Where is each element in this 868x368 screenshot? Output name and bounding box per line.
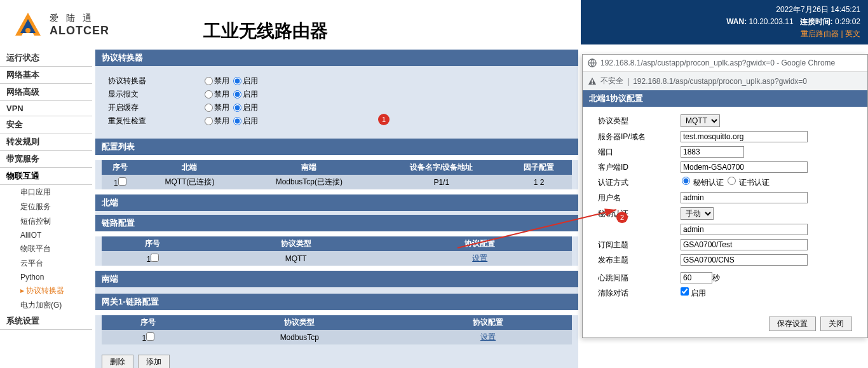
input-clientid[interactable] [681, 161, 808, 173]
select-proto-type[interactable]: MQTT [681, 114, 720, 127]
svg-rect-3 [592, 83, 593, 84]
reboot-link[interactable]: 重启路由器 [801, 29, 839, 38]
logo-icon [13, 11, 43, 38]
radio-dup-enable[interactable] [233, 117, 241, 125]
iot-submenu: 串口应用 定位服务 短信控制 AliIOT 物联平台 云平台 Python 协议… [0, 185, 92, 313]
label-pub: 发布主题 [598, 255, 681, 266]
label-show-msg: 显示报文 [108, 89, 203, 100]
menu-forward[interactable]: 转发规则 [0, 133, 92, 151]
input-sub-topic[interactable] [681, 239, 808, 250]
label-auth: 认证方式 [598, 177, 681, 188]
sub-location[interactable]: 定位服务 [20, 200, 92, 214]
row-checkbox[interactable] [151, 254, 159, 262]
annotation-badge-2: 2 [616, 212, 628, 223]
gateway-settings[interactable]: 设置 [480, 332, 496, 341]
section-link-cfg: 链路配置 [95, 215, 578, 231]
input-port[interactable] [681, 146, 744, 158]
menu-system[interactable]: 系统设置 [0, 313, 92, 330]
close-button[interactable]: 关闭 [820, 317, 852, 331]
menu-bandwidth[interactable]: 带宽服务 [0, 151, 92, 168]
row-checkbox[interactable] [118, 177, 126, 186]
radio-msg-enable[interactable] [233, 90, 241, 99]
save-button[interactable]: 保存设置 [769, 317, 816, 331]
section-protocol-converter: 协议转换器 [95, 50, 578, 66]
radio-converter-enable[interactable] [233, 77, 241, 85]
menu-runtime[interactable]: 运行状态 [0, 50, 92, 67]
sub-power-enc[interactable]: 电力加密(G) [20, 298, 92, 313]
logo-cn: 爱 陆 通 [50, 13, 109, 24]
radio-cache-disable[interactable] [205, 104, 213, 112]
logo-area: 爱 陆 通 ALOTCER [0, 0, 203, 50]
add-button[interactable]: 添加 [138, 355, 170, 368]
table-row: 1 MQTT(已连接) ModbusTcp(已连接) P1/1 1 2 [102, 175, 572, 189]
sub-python[interactable]: Python [20, 271, 92, 283]
input-user[interactable] [681, 192, 808, 203]
converter-settings: 协议转换器 禁用 启用 显示报文 禁用 启用 开启缓存 禁用 启用 重复性检查 … [95, 66, 578, 139]
th-factor: 因子配置 [506, 160, 572, 175]
link-settings[interactable]: 设置 [472, 254, 487, 262]
label-cache: 开启缓存 [108, 102, 203, 113]
menu-iot[interactable]: 物联互通 [0, 168, 92, 185]
th-south: 南端 [241, 160, 377, 175]
conn-time: 0:29:02 [835, 17, 860, 26]
label-secret-auth: 秘钥认证 [598, 208, 681, 219]
section-north: 北端 [95, 194, 578, 211]
config-table: 序号 北端 南端 设备名字/设备地址 因子配置 1 MQTT(已连接) Modb… [102, 160, 572, 189]
popup-titlebar: 192.168.8.1/asp/custapp/procon_uplk.asp?… [583, 55, 867, 72]
menu-vpn[interactable]: VPN [0, 101, 92, 116]
menu-net-adv[interactable]: 网络高级 [0, 84, 92, 101]
delete-button[interactable]: 删除 [102, 355, 133, 368]
popup-addressbar: 不安全 | 192.168.8.1/asp/custapp/procon_upl… [583, 72, 867, 90]
annotation-badge-1: 1 [378, 114, 390, 125]
svg-point-0 [25, 28, 31, 33]
radio-auth-key[interactable] [682, 177, 690, 185]
radio-cache-enable[interactable] [233, 104, 241, 112]
popup-title: 192.168.8.1/asp/custapp/procon_uplk.asp?… [600, 58, 835, 67]
input-pub-topic[interactable] [681, 254, 808, 266]
popup-body: 协议类型 MQTT 服务器IP/域名 端口 客户端ID 认证方式 秘钥认证 证书… [583, 107, 867, 310]
label-server: 服务器IP/域名 [598, 132, 681, 142]
input-secret[interactable] [681, 224, 808, 235]
select-secret-mode[interactable]: 手动 [681, 207, 714, 220]
input-heartbeat[interactable] [681, 272, 712, 283]
sub-aliiot[interactable]: AliIOT [20, 229, 92, 242]
logo-en: ALOTCER [50, 24, 109, 37]
checkbox-clear-session[interactable] [681, 287, 689, 296]
radio-converter-disable[interactable] [205, 77, 213, 85]
label-dupcheck: 重复性检查 [108, 116, 203, 126]
section-gateway: 网关1-链路配置 [95, 294, 578, 310]
th-device: 设备名字/设备地址 [377, 160, 506, 175]
popup-window: 192.168.8.1/asp/custapp/procon_uplk.asp?… [582, 54, 868, 338]
link-table: 序号 协议类型 协议配置 1 MQTT 设置 [102, 236, 572, 266]
radio-msg-disable[interactable] [205, 90, 213, 99]
conn-label: 连接时间: [800, 17, 833, 26]
label-converter: 协议转换器 [108, 76, 203, 86]
svg-rect-2 [592, 79, 593, 82]
sub-serial[interactable]: 串口应用 [20, 185, 92, 200]
menu-net-basic[interactable]: 网络基本 [0, 67, 92, 84]
content: 协议转换器 协议转换器 禁用 启用 显示报文 禁用 启用 开启缓存 禁用 启用 … [95, 50, 578, 368]
gateway-table: 序号 协议类型 协议配置 1 ModbusTcp 设置 [102, 315, 572, 344]
status-bar: 2022年7月26日 14:45:21 WAN: 10.20.203.11 连接… [581, 0, 868, 44]
label-clear: 清除对话 [598, 288, 681, 299]
label-sub: 订阅主题 [598, 240, 681, 250]
radio-auth-cert[interactable] [728, 177, 736, 185]
menu-security[interactable]: 安全 [0, 116, 92, 133]
globe-icon [588, 58, 597, 67]
radio-dup-disable[interactable] [205, 117, 213, 125]
lang-link[interactable]: 英文 [845, 29, 860, 38]
input-server[interactable] [681, 131, 808, 142]
th-index: 序号 [102, 160, 139, 175]
insecure-label: 不安全 [600, 76, 623, 86]
label-user: 用户名 [598, 193, 681, 203]
sub-sms[interactable]: 短信控制 [20, 214, 92, 229]
sub-iot-platform[interactable]: 物联平台 [20, 242, 92, 256]
row-checkbox[interactable] [146, 332, 154, 341]
sub-protocol-converter[interactable]: 协议转换器 [20, 283, 92, 298]
wan-label: WAN: [726, 17, 747, 26]
wan-ip: 10.20.203.11 [749, 17, 794, 26]
popup-section: 北端1协议配置 [583, 90, 867, 107]
label-port: 端口 [598, 147, 681, 158]
sub-cloud[interactable]: 云平台 [20, 256, 92, 271]
section-config-list: 配置列表 [95, 139, 578, 155]
